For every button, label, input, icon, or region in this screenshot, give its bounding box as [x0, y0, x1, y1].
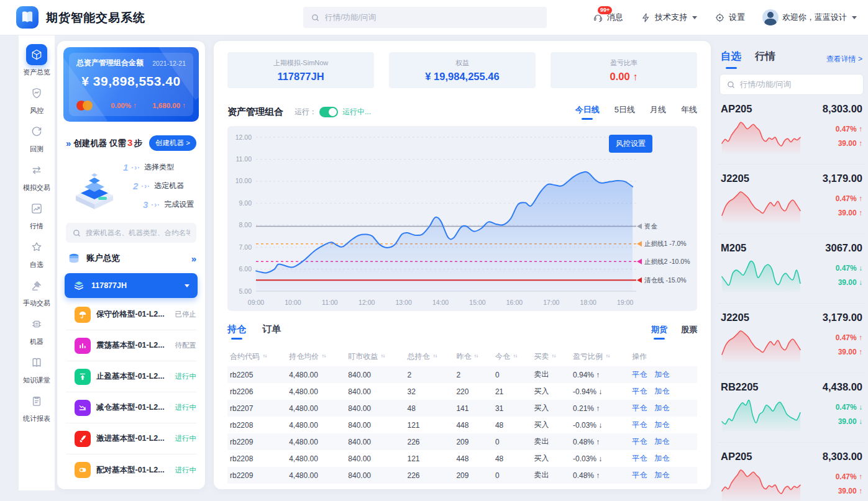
sidebar-item-star[interactable]: 自选 [19, 237, 55, 269]
svg-text:止损线2 -10.0%: 止损线2 -10.0% [644, 258, 690, 265]
column-header-7[interactable]: 买卖 [531, 347, 570, 366]
sidebar-item-shield[interactable]: 风控 [19, 83, 55, 115]
column-header-2[interactable]: 持仓均价 [286, 347, 345, 366]
quote-item-J2205[interactable]: J22053,179.000.47% ↑39.00 ↑ [718, 304, 865, 373]
cell-code: rb2205 [227, 366, 286, 383]
column-header-4[interactable]: 总持仓 [405, 347, 454, 366]
column-header-9[interactable]: 操作 [629, 347, 697, 366]
sidebar-item-gavel[interactable]: 手动交易 [19, 275, 55, 308]
tab-行情[interactable]: 行情 [755, 50, 775, 69]
quote-item-AP205[interactable]: AP2058,303.000.47% ↑39.00 ↑ [718, 95, 865, 165]
add-position-link[interactable]: 加仓 [654, 420, 669, 429]
view-details-link[interactable]: 查看详情 > [826, 54, 862, 65]
tab-今日线[interactable]: 今日线 [575, 104, 600, 120]
add-position-link[interactable]: 加仓 [654, 387, 669, 395]
cell-profit: 840.00 [345, 400, 404, 417]
quote-item-M205[interactable]: M2053067.000.47% ↓39.00 ↓ [718, 234, 865, 304]
quote-pct-change: 0.47% ↑ [836, 194, 862, 203]
close-position-link[interactable]: 平仓 [632, 420, 647, 429]
sidebar-item-swap[interactable]: 模拟交易 [19, 160, 55, 192]
robot-list-item[interactable]: 激进基本型-01-L2...进行中 [66, 423, 196, 454]
tab-月线[interactable]: 月线 [650, 104, 666, 120]
close-position-link[interactable]: 平仓 [632, 370, 647, 379]
robot-list-item[interactable]: 保守价格型-01-L2...已停止 [66, 299, 196, 330]
column-header-6[interactable]: 今仓 [493, 347, 532, 366]
add-position-link[interactable]: 加仓 [654, 471, 669, 479]
account-overview-row[interactable]: 账户总览 » [67, 251, 195, 265]
portfolio-summary-card: 总资产管理组合金额 2021-12-21 ¥ 39,898,553.40 0.0… [63, 47, 199, 122]
cell-side: 买入 [531, 450, 570, 467]
sidebar-item-chart[interactable]: 行情 [19, 198, 55, 231]
risk-settings-button[interactable]: 风控设置 [609, 135, 652, 153]
quote-item-J2205[interactable]: J22053,179.000.47% ↑39.00 ↑ [718, 165, 865, 234]
add-position-link[interactable]: 加仓 [654, 454, 669, 463]
account-overview-label: 账户总览 [86, 253, 120, 264]
table-row: rb22084,480.00840.0012144848买入-0.03% ↓平仓… [227, 450, 697, 467]
close-position-link[interactable]: 平仓 [632, 387, 647, 395]
quote-item-AP205[interactable]: AP2058,303.000.47% ↑39.00 ↑ [718, 443, 865, 501]
sidebar-item-refresh[interactable]: 回测 [19, 121, 55, 154]
tab-期货[interactable]: 期货 [651, 324, 667, 340]
run-toggle[interactable] [319, 107, 338, 117]
column-header-3[interactable]: 盯市收益 [345, 347, 404, 366]
sidebar-item-clipboard[interactable]: 统计报表 [19, 390, 55, 423]
sidebar-item-robot[interactable]: 机器 [19, 314, 55, 346]
tab-5日线[interactable]: 5日线 [614, 104, 635, 120]
add-position-link[interactable]: 加仓 [654, 404, 669, 412]
robot-list-item[interactable]: 止盈基本型-01-L2...进行中 [66, 361, 196, 392]
quote-price: 8,303.00 [823, 103, 862, 115]
tab-年线[interactable]: 年线 [681, 104, 697, 120]
column-header-8[interactable]: 盈亏比例 [570, 347, 629, 366]
column-header-1[interactable]: 合约代码 [227, 347, 286, 366]
create-robot-button[interactable]: 创建机器 > [149, 135, 196, 151]
tab-股票[interactable]: 股票 [681, 324, 697, 340]
quote-item-RB2205[interactable]: RB22054,438.000.47% ↓39.00 ↓ [718, 373, 865, 443]
robot-status: 进行中 [175, 403, 197, 412]
watchlist-search[interactable] [720, 74, 864, 95]
cell-total: 2 [405, 366, 454, 383]
close-position-link[interactable]: 平仓 [632, 404, 647, 412]
cell-total: 226 [405, 467, 454, 484]
quote-top: M2053067.00 [721, 242, 862, 254]
add-position-link[interactable]: 加仓 [654, 370, 669, 379]
sidebar-item-cube[interactable]: 资产总览 [19, 44, 55, 77]
svg-text:12.00: 12.00 [235, 133, 252, 141]
add-position-link[interactable]: 加仓 [654, 437, 669, 446]
robot-search-input[interactable] [86, 229, 190, 237]
svg-text:止损线1 -7.0%: 止损线1 -7.0% [644, 240, 687, 247]
quote-pct-change: 0.47% ↑ [836, 125, 862, 133]
sidebar-item-label: 统计报表 [23, 414, 50, 423]
user-menu[interactable]: 欢迎你，蓝蓝设计 [762, 9, 857, 25]
robot-list-item[interactable]: 震荡基本型-01-L2...待配置 [66, 330, 196, 361]
cell-side: 买入 [531, 417, 570, 433]
close-position-link[interactable]: 平仓 [632, 437, 647, 446]
support-label: 技术支持 [655, 12, 687, 23]
settings-button[interactable]: 设置 [715, 12, 745, 23]
app-root: 期货智能交易系统 99+ 消息 技术支持 设置 欢迎你，蓝蓝设计 [0, 0, 868, 501]
quote-symbol: AP205 [721, 451, 752, 463]
robot-list-item[interactable]: 减仓基本型-01-L2...进行中 [66, 392, 196, 423]
global-search[interactable] [303, 7, 547, 28]
robot-list-item[interactable]: 配对基本型-01-L2...进行中 [66, 454, 196, 485]
watchlist-search-input[interactable] [740, 80, 857, 89]
tab-持仓[interactable]: 持仓 [227, 323, 246, 340]
portfolio-pct-change: 0.00% ↑ [111, 102, 137, 109]
tab-自选[interactable]: 自选 [721, 50, 741, 69]
svg-text:15:00: 15:00 [469, 299, 485, 306]
portfolio-abs-change: 1,680.00 ↑ [152, 102, 186, 109]
global-search-input[interactable] [325, 13, 539, 22]
quote-top: RB22054,438.00 [721, 381, 862, 393]
support-menu[interactable]: 技术支持 [641, 12, 697, 23]
messages-button[interactable]: 99+ 消息 [593, 12, 623, 23]
column-header-5[interactable]: 昨仓 [454, 347, 493, 366]
mastercard-icon [76, 101, 95, 111]
sidebar-item-book[interactable]: 知识课堂 [19, 352, 55, 385]
robot-search[interactable] [66, 223, 196, 243]
close-position-link[interactable]: 平仓 [632, 454, 647, 463]
account-selector[interactable]: 117877JH [65, 273, 198, 298]
cell-avg: 4,480.00 [286, 400, 345, 417]
svg-text:18:00: 18:00 [580, 299, 596, 306]
tab-订单[interactable]: 订单 [262, 323, 281, 340]
close-position-link[interactable]: 平仓 [632, 471, 647, 479]
sidebar-item-label: 知识课堂 [23, 376, 50, 385]
